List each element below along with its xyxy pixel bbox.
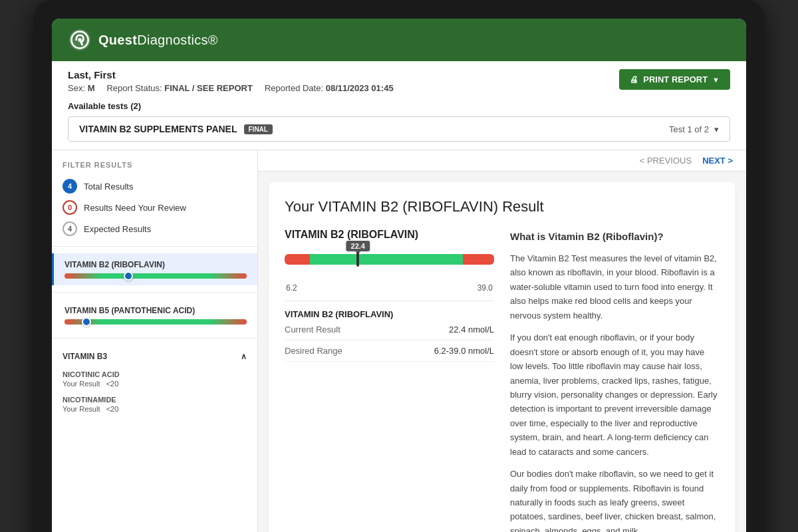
range-bar-wrapper: 22.4 xyxy=(285,254,494,281)
range-value-bubble: 22.4 xyxy=(346,241,370,251)
logo-area: QuestDiagnostics® xyxy=(68,28,218,52)
vitamin-b3-name: VITAMIN B3 xyxy=(63,352,107,361)
vitamin-b2-slider xyxy=(65,273,247,279)
result-info: What is Vitamin B2 (Riboflavin)? The Vit… xyxy=(510,229,720,532)
test-count: Test 1 of 2 xyxy=(669,124,709,134)
desired-range-value: 6.2-39.0 nmol/L xyxy=(434,346,494,356)
range-labels: 6.2 39.0 xyxy=(285,283,494,293)
patient-details: Sex: M Report Status: FINAL / SEE REPORT… xyxy=(68,83,394,93)
sidebar-item-vitamin-b3-group: VITAMIN B3 ∧ NICOTINIC ACID Your Result … xyxy=(52,345,257,424)
svg-point-2 xyxy=(78,38,81,41)
vitamin-b2-slider-gradient xyxy=(65,273,247,279)
sidebar-item-nicotinamide: NICOTINAMIDE Your Result <20 xyxy=(63,392,247,417)
vitamin-b5-name: VITAMIN B5 (PANTOTHENIC ACID) xyxy=(65,306,247,315)
desired-range-label: Desired Range xyxy=(285,346,342,356)
range-bar xyxy=(285,254,494,265)
available-tests-bar: Available tests (2) VITAMIN B2 SUPPLEMEN… xyxy=(52,98,746,150)
filter-needs-review[interactable]: 0 Results Need Your Review xyxy=(52,197,257,218)
available-tests-label: Available tests (2) xyxy=(68,101,730,111)
sidebar-item-vitamin-b2[interactable]: VITAMIN B2 (RIBOFLAVIN) xyxy=(52,253,257,285)
info-para-3: Our bodies don't make riboflavin, so we … xyxy=(510,467,720,532)
next-button[interactable]: NEXT > xyxy=(702,156,733,166)
patient-name: Last, First xyxy=(68,69,394,80)
result-body: VITAMIN B2 (RIBOFLAVIN) 22.4 xyxy=(285,229,720,532)
range-min-label: 6.2 xyxy=(286,283,297,293)
info-para-1: The Vitamin B2 Test measures the level o… xyxy=(510,251,720,323)
printer-icon: 🖨 xyxy=(630,74,638,84)
print-report-label: PRINT REPORT xyxy=(643,74,708,84)
current-result-label: Current Result xyxy=(285,325,340,334)
patient-bar: Last, First Sex: M Report Status: FINAL … xyxy=(52,61,746,98)
right-panel: < PREVIOUS NEXT > Your VITAMIN B2 (RIBOF… xyxy=(258,150,746,532)
desired-range-row: Desired Range 6.2-39.0 nmol/L xyxy=(285,340,494,362)
range-max-label: 39.0 xyxy=(477,283,493,293)
result-vitamin-name: VITAMIN B2 (RIBOFLAVIN) xyxy=(285,229,494,241)
nicotinic-acid-name: NICOTINIC ACID xyxy=(63,370,247,378)
sex-label: Sex: M xyxy=(68,83,94,93)
result-vitamin-name-sub: VITAMIN B2 (RIBOFLAVIN) xyxy=(285,309,494,319)
range-bar-thumb xyxy=(356,252,359,267)
current-result-row: Current Result 22.4 nmol/L xyxy=(285,319,494,340)
vitamin-b2-name: VITAMIN B2 (RIBOFLAVIN) xyxy=(65,260,247,269)
nicotinic-acid-result-label: Your Result <20 xyxy=(63,380,247,388)
needs-review-badge: 0 xyxy=(63,200,77,215)
needs-review-text: Results Need Your Review xyxy=(84,203,186,213)
final-badge: FINAL xyxy=(244,124,273,134)
quest-logo-icon xyxy=(68,28,92,52)
vitamin-b5-slider xyxy=(65,319,247,325)
result-card: Your VITAMIN B2 (RIBOFLAVIN) Result VITA… xyxy=(269,182,735,532)
panel-selector-left: VITAMIN B2 SUPPLEMENTS PANEL FINAL xyxy=(79,124,273,134)
total-results-badge: 4 xyxy=(63,179,77,194)
vitamin-b3-header[interactable]: VITAMIN B3 ∧ xyxy=(63,352,247,361)
expected-results-text: Expected Results xyxy=(84,224,151,234)
nav-bar: < PREVIOUS NEXT > xyxy=(258,150,746,172)
sidebar: FILTER RESULTS 4 Total Results 0 Results… xyxy=(52,150,258,532)
vitamin-b5-slider-thumb xyxy=(82,317,91,327)
vitamin-b5-slider-gradient xyxy=(65,319,247,325)
print-report-button[interactable]: 🖨 PRINT REPORT ▼ xyxy=(619,69,730,90)
report-status: Report Status: FINAL / SEE REPORT xyxy=(106,83,252,93)
nicotinamide-name: NICOTINAMIDE xyxy=(63,396,247,404)
reported-date: Reported Date: 08/11/2023 01:45 xyxy=(265,83,394,93)
sidebar-divider-3 xyxy=(52,338,257,338)
result-divider xyxy=(285,301,494,301)
range-bar-container: 22.4 6.2 39.0 xyxy=(285,254,494,293)
patient-info: Last, First Sex: M Report Status: FINAL … xyxy=(68,69,394,93)
panel-selector[interactable]: VITAMIN B2 SUPPLEMENTS PANEL FINAL Test … xyxy=(68,116,730,142)
chevron-down-icon: ▼ xyxy=(712,76,720,84)
result-left: VITAMIN B2 (RIBOFLAVIN) 22.4 xyxy=(285,229,494,532)
sidebar-divider-2 xyxy=(52,292,257,293)
filter-expected-results[interactable]: 4 Expected Results xyxy=(52,218,257,239)
sidebar-divider-1 xyxy=(52,246,257,247)
logo-text: QuestDiagnostics® xyxy=(98,33,218,48)
info-heading: What is Vitamin B2 (Riboflavin)? xyxy=(510,229,720,245)
current-result-value: 22.4 nmol/L xyxy=(449,325,494,334)
filter-total-results[interactable]: 4 Total Results xyxy=(52,176,257,197)
sidebar-item-vitamin-b5[interactable]: VITAMIN B5 (PANTOTHENIC ACID) xyxy=(52,299,257,331)
total-results-text: Total Results xyxy=(84,182,133,192)
previous-button[interactable]: < PREVIOUS xyxy=(640,156,692,166)
panel-name: VITAMIN B2 SUPPLEMENTS PANEL xyxy=(79,124,237,134)
vitamin-b2-slider-thumb xyxy=(124,271,133,281)
expected-results-badge: 4 xyxy=(63,221,77,236)
sidebar-item-nicotinic-acid: NICOTINIC ACID Your Result <20 xyxy=(63,366,247,392)
info-para-2: If you don't eat enough riboflavin, or i… xyxy=(510,331,720,459)
vitamin-b3-collapse-icon: ∧ xyxy=(241,352,247,361)
panel-chevron-icon: ▾ xyxy=(714,124,719,134)
result-title: Your VITAMIN B2 (RIBOFLAVIN) Result xyxy=(285,198,720,215)
filter-label: FILTER RESULTS xyxy=(52,161,257,176)
main-content: FILTER RESULTS 4 Total Results 0 Results… xyxy=(52,150,746,532)
panel-selector-right: Test 1 of 2 ▾ xyxy=(669,124,719,134)
header-bar: QuestDiagnostics® xyxy=(52,19,746,61)
nicotinamide-result-label: Your Result <20 xyxy=(63,405,247,413)
